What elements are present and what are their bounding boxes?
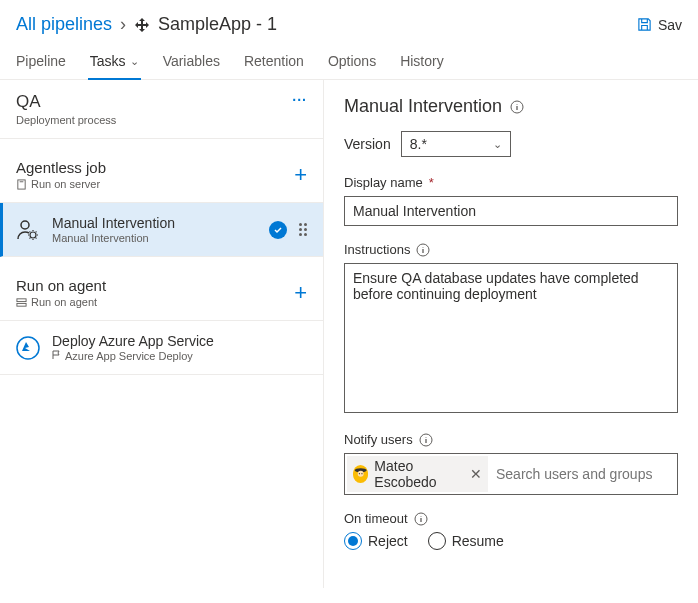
display-name-label: Display name* — [344, 175, 678, 190]
instructions-input[interactable] — [344, 263, 678, 413]
breadcrumb-separator: › — [120, 14, 126, 35]
svg-point-14 — [361, 473, 362, 474]
save-button[interactable]: Sav — [637, 17, 682, 33]
tab-tasks[interactable]: Tasks⌄ — [90, 43, 139, 79]
tab-history[interactable]: History — [400, 43, 444, 79]
radio-label: Reject — [368, 533, 408, 549]
version-select[interactable]: 8.* ⌄ — [401, 131, 511, 157]
task-title: Deploy Azure App Service — [52, 333, 307, 349]
chevron-down-icon: ⌄ — [493, 138, 502, 151]
timeout-resume-radio[interactable]: Resume — [428, 532, 504, 550]
task-manual-intervention[interactable]: Manual Intervention Manual Intervention — [0, 203, 323, 257]
server-icon — [16, 179, 27, 190]
avatar — [353, 465, 368, 483]
task-list-panel: QA Deployment process ··· Agentless job … — [0, 80, 324, 588]
add-task-icon[interactable]: + — [294, 280, 307, 306]
notify-users-label: Notify users — [344, 432, 678, 447]
job-header-agent[interactable]: Run on agent Run on agent + — [0, 265, 323, 321]
info-icon[interactable] — [510, 100, 524, 114]
azure-icon — [16, 336, 40, 360]
remove-user-icon[interactable]: ✕ — [470, 466, 482, 482]
notify-users-picker[interactable]: Mateo Escobedo ✕ — [344, 453, 678, 495]
svg-rect-5 — [17, 303, 26, 306]
info-icon[interactable] — [419, 433, 433, 447]
info-icon[interactable] — [414, 512, 428, 526]
instructions-label: Instructions — [344, 242, 678, 257]
panel-title: Manual Intervention — [344, 96, 678, 117]
svg-point-6 — [17, 337, 39, 359]
task-subtitle: Azure App Service Deploy — [52, 350, 307, 362]
stage-subtitle: Deployment process — [16, 114, 116, 126]
breadcrumb: All pipelines › SampleApp - 1 — [16, 14, 277, 35]
task-title: Manual Intervention — [52, 215, 257, 231]
tab-pipeline[interactable]: Pipeline — [16, 43, 66, 79]
job-title: Run on agent — [16, 277, 106, 294]
tab-retention[interactable]: Retention — [244, 43, 304, 79]
job-subtitle: Run on agent — [16, 296, 106, 308]
task-deploy-azure[interactable]: Deploy Azure App Service Azure App Servi… — [0, 321, 323, 375]
user-search-input[interactable] — [492, 464, 675, 484]
stage-header[interactable]: QA Deployment process ··· — [0, 80, 323, 139]
job-title: Agentless job — [16, 159, 106, 176]
tabs-bar: Pipeline Tasks⌄ Variables Retention Opti… — [0, 43, 698, 80]
drag-handle-icon[interactable] — [299, 223, 307, 236]
tab-options[interactable]: Options — [328, 43, 376, 79]
svg-point-2 — [21, 221, 29, 229]
version-label: Version — [344, 136, 391, 152]
pipeline-icon — [134, 17, 150, 33]
timeout-label: On timeout — [344, 511, 678, 526]
person-gear-icon — [16, 218, 40, 242]
display-name-input[interactable] — [344, 196, 678, 226]
breadcrumb-current: SampleApp - 1 — [158, 14, 277, 35]
stage-title: QA — [16, 92, 116, 112]
job-subtitle: Run on server — [16, 178, 106, 190]
breadcrumb-root-link[interactable]: All pipelines — [16, 14, 112, 35]
more-icon[interactable]: ··· — [292, 92, 307, 108]
user-tag: Mateo Escobedo ✕ — [347, 456, 488, 492]
svg-point-12 — [358, 471, 364, 477]
detail-panel: Manual Intervention Version 8.* ⌄ Displa… — [324, 80, 698, 588]
user-name: Mateo Escobedo — [374, 458, 464, 490]
chevron-down-icon: ⌄ — [130, 55, 139, 68]
radio-icon — [428, 532, 446, 550]
radio-label: Resume — [452, 533, 504, 549]
agent-icon — [16, 297, 27, 308]
save-label: Sav — [658, 17, 682, 33]
check-badge-icon — [269, 221, 287, 239]
tab-variables[interactable]: Variables — [163, 43, 220, 79]
job-header-agentless[interactable]: Agentless job Run on server + — [0, 147, 323, 203]
svg-point-3 — [30, 232, 36, 238]
timeout-reject-radio[interactable]: Reject — [344, 532, 408, 550]
task-subtitle: Manual Intervention — [52, 232, 257, 244]
svg-rect-4 — [17, 298, 26, 301]
svg-point-13 — [359, 473, 360, 474]
info-icon[interactable] — [416, 243, 430, 257]
radio-icon — [344, 532, 362, 550]
save-icon — [637, 17, 652, 32]
add-task-icon[interactable]: + — [294, 162, 307, 188]
flag-icon — [52, 350, 62, 360]
